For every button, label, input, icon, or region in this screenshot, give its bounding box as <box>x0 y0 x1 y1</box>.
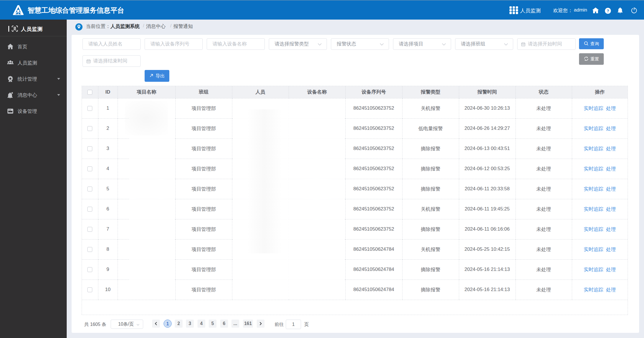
svg-text:?: ? <box>607 9 609 13</box>
